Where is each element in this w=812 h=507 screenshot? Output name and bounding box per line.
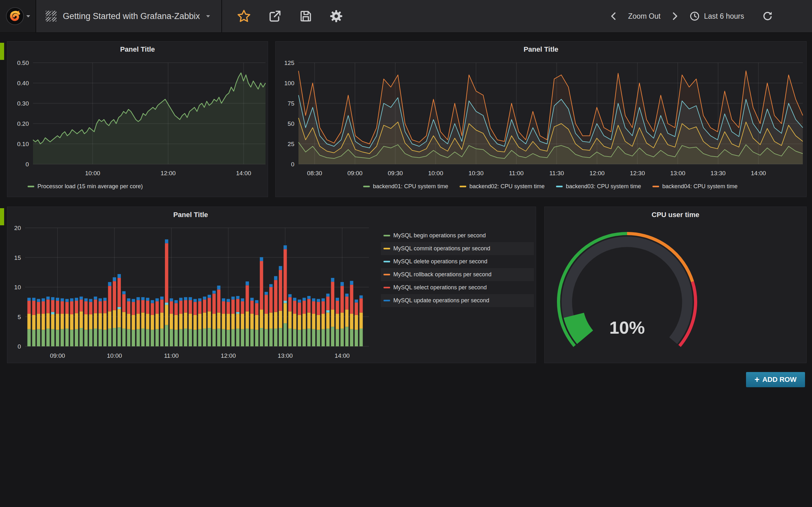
zoom-out-button[interactable]: Zoom Out xyxy=(628,12,660,20)
svg-text:0: 0 xyxy=(291,161,294,168)
svg-text:09:00: 09:00 xyxy=(50,352,65,359)
svg-text:5: 5 xyxy=(17,314,21,320)
add-row-button[interactable]: + ADD ROW xyxy=(746,372,805,387)
legend-swatch xyxy=(384,274,390,275)
svg-text:09:00: 09:00 xyxy=(347,170,362,176)
panel-mysql-operations: 09:0010:0011:0012:0013:0014:0005101520 P… xyxy=(7,207,536,363)
svg-text:0: 0 xyxy=(17,343,21,350)
gear-icon[interactable] xyxy=(329,9,343,23)
star-icon[interactable] xyxy=(237,9,251,23)
panel-title[interactable]: Panel Title xyxy=(7,45,268,54)
svg-text:12:30: 12:30 xyxy=(630,170,645,176)
svg-text:0.20: 0.20 xyxy=(17,120,29,127)
graph-cpu-system[interactable]: 08:3009:0009:3010:0010:3011:0011:3012:00… xyxy=(275,42,807,198)
graph-cpu-load[interactable]: 10:0012:0014:0000.100.200.300.400.50 xyxy=(7,42,268,198)
legend-label: MySQL begin operations per second xyxy=(393,232,486,239)
svg-text:10: 10 xyxy=(14,284,21,291)
legend-label: backend03: CPU system time xyxy=(566,183,641,190)
row-handle[interactable] xyxy=(0,43,4,60)
chevron-down-icon xyxy=(206,15,210,17)
svg-text:10:30: 10:30 xyxy=(468,170,484,176)
svg-text:14:00: 14:00 xyxy=(236,170,251,176)
legend-swatch xyxy=(384,287,390,288)
dashboard-grid-icon xyxy=(46,11,56,21)
panel-cpu-system-time: 08:3009:0009:3010:0010:3011:0011:3012:00… xyxy=(275,41,807,197)
svg-text:100: 100 xyxy=(284,80,294,87)
dashboard-title-picker[interactable]: Getting Started with Grafana-Zabbix xyxy=(36,0,222,32)
legend-swatch xyxy=(556,186,563,187)
legend-item[interactable]: MySQL begin operations per second xyxy=(381,229,534,242)
svg-text:14:00: 14:00 xyxy=(751,170,766,176)
chevron-right-icon[interactable] xyxy=(670,11,679,21)
svg-text:0.50: 0.50 xyxy=(17,60,29,66)
navbar: Getting Started with Grafana-Zabbix xyxy=(0,0,812,33)
svg-text:125: 125 xyxy=(284,60,294,66)
legend-label: MySQL update operations per second xyxy=(393,297,490,304)
dashboard-title: Getting Started with Grafana-Zabbix xyxy=(63,11,200,21)
legend-label: MySQL commit operations per second xyxy=(393,245,490,252)
svg-text:15: 15 xyxy=(14,255,21,261)
legend: backend01: CPU system timebackend02: CPU… xyxy=(299,183,802,190)
svg-text:11:00: 11:00 xyxy=(509,170,524,176)
legend-item[interactable]: MySQL select operations per second xyxy=(381,281,534,294)
gauge-cpu-user-time[interactable]: 10% xyxy=(545,207,807,363)
svg-text:0.30: 0.30 xyxy=(17,100,29,107)
legend-item[interactable]: MySQL delete operations per second xyxy=(381,255,534,268)
refresh-icon[interactable] xyxy=(762,10,773,22)
legend-item[interactable]: backend04: CPU system time xyxy=(653,183,738,190)
svg-text:12:00: 12:00 xyxy=(590,170,605,176)
plus-icon: + xyxy=(755,376,760,384)
add-row-label: ADD ROW xyxy=(763,376,797,384)
legend-label: MySQL delete operations per second xyxy=(393,258,488,265)
grafana-main-menu[interactable] xyxy=(0,0,36,32)
chevron-left-icon[interactable] xyxy=(609,11,618,21)
legend-item[interactable]: backend01: CPU system time xyxy=(363,183,448,190)
clock-icon xyxy=(689,10,700,22)
grafana-dashboard: Getting Started with Grafana-Zabbix xyxy=(0,0,812,507)
navbar-timecontrols: Zoom Out Last 6 hours xyxy=(609,10,812,22)
panel-processor-load: 10:0012:0014:0000.100.200.300.400.50 Pan… xyxy=(7,41,268,197)
legend-item[interactable]: MySQL update operations per second xyxy=(381,294,534,307)
legend-swatch xyxy=(384,235,390,236)
legend-label: backend02: CPU system time xyxy=(469,183,545,190)
save-icon[interactable] xyxy=(299,9,313,23)
share-icon[interactable] xyxy=(268,9,282,23)
legend-swatch xyxy=(460,186,466,187)
navbar-actions xyxy=(222,9,343,23)
panel-cpu-user-time: 10% CPU user time xyxy=(544,207,807,363)
legend-label: backend01: CPU system time xyxy=(373,183,448,190)
legend-item[interactable]: MySQL commit operations per second xyxy=(381,242,534,255)
legend-item[interactable]: backend03: CPU system time xyxy=(556,183,641,190)
svg-text:11:00: 11:00 xyxy=(164,352,179,359)
svg-text:25: 25 xyxy=(288,141,294,147)
svg-text:12:00: 12:00 xyxy=(160,170,176,176)
legend-swatch xyxy=(28,186,34,187)
legend: MySQL begin operations per secondMySQL c… xyxy=(381,229,534,307)
legend-swatch xyxy=(384,300,390,301)
svg-text:0.40: 0.40 xyxy=(17,80,29,87)
svg-text:12:00: 12:00 xyxy=(221,352,236,359)
legend: Processor load (15 min average per core) xyxy=(28,183,143,190)
legend-item[interactable]: MySQL rollback operations per second xyxy=(381,268,534,281)
row-handle[interactable] xyxy=(0,208,4,225)
legend-swatch xyxy=(384,248,390,249)
panel-title[interactable]: Panel Title xyxy=(275,45,806,54)
legend-label: MySQL rollback operations per second xyxy=(393,271,492,278)
svg-text:08:30: 08:30 xyxy=(307,170,322,176)
panel-title[interactable]: Panel Title xyxy=(7,211,374,219)
time-range-picker[interactable]: Last 6 hours xyxy=(689,10,744,22)
legend-label: backend04: CPU system time xyxy=(662,183,738,190)
svg-text:13:00: 13:00 xyxy=(670,170,686,176)
svg-text:10:00: 10:00 xyxy=(85,170,100,176)
legend-item[interactable]: Processor load (15 min average per core) xyxy=(28,183,143,190)
panel-title[interactable]: CPU user time xyxy=(545,211,806,219)
grafana-logo-icon xyxy=(6,7,24,25)
svg-text:75: 75 xyxy=(288,100,294,107)
legend-swatch xyxy=(653,186,659,187)
time-range-label: Last 6 hours xyxy=(704,12,744,20)
svg-text:10:00: 10:00 xyxy=(107,352,122,359)
svg-text:20: 20 xyxy=(14,225,21,231)
legend-swatch xyxy=(384,261,390,262)
legend-item[interactable]: backend02: CPU system time xyxy=(460,183,545,190)
svg-text:09:30: 09:30 xyxy=(388,170,403,176)
